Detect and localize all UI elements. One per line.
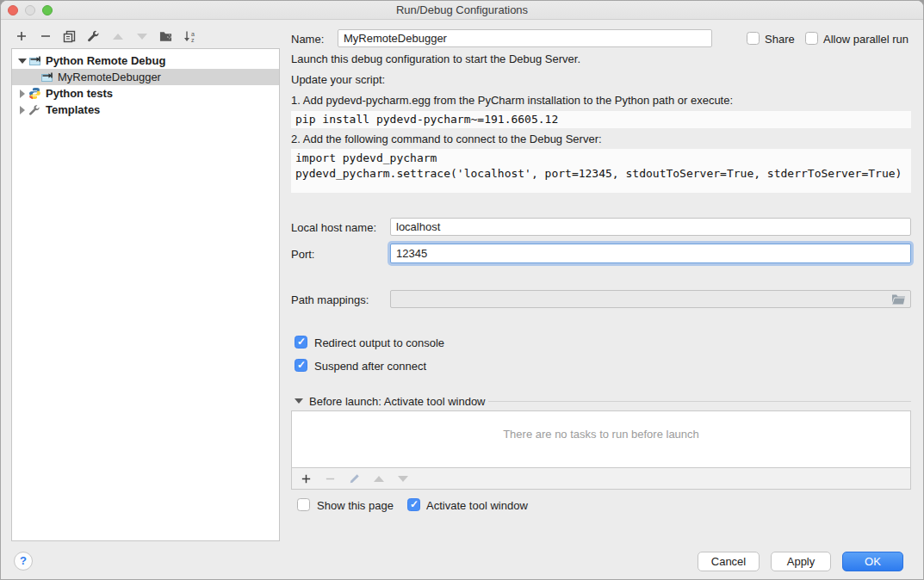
close-button[interactable] bbox=[8, 5, 18, 15]
cancel-button[interactable]: Cancel bbox=[698, 552, 760, 571]
move-down-icon bbox=[135, 30, 148, 43]
collapse-toggle-icon[interactable] bbox=[17, 59, 28, 64]
configurations-tree: Python Remote Debug MyRemoteDebugger Pyt… bbox=[11, 48, 280, 541]
tasks-toolbar bbox=[291, 468, 911, 490]
tree-item-label: Python tests bbox=[46, 87, 113, 100]
port-label: Port: bbox=[291, 248, 314, 261]
settrace-code: import pydevd_pycharm pydevd_pycharm.set… bbox=[291, 149, 911, 193]
intro-text: Launch this debug configuration to start… bbox=[291, 52, 580, 65]
apply-button[interactable]: Apply bbox=[771, 552, 831, 571]
zoom-button[interactable] bbox=[42, 5, 53, 15]
add-icon[interactable] bbox=[15, 30, 28, 43]
share-label: Share bbox=[765, 33, 795, 46]
before-launch-divider bbox=[488, 401, 911, 402]
tree-item-python-remote-debug[interactable]: Python Remote Debug bbox=[12, 52, 279, 69]
ok-button[interactable]: OK bbox=[842, 552, 903, 571]
path-mappings-label: Path mappings: bbox=[291, 293, 369, 306]
settrace-code-line2: pydevd_pycharm.settrace('localhost', por… bbox=[295, 166, 911, 182]
remote-debug-icon bbox=[28, 55, 41, 66]
titlebar: Run/Debug Configurations bbox=[1, 1, 923, 20]
suspend-after-connect-label: Suspend after connect bbox=[314, 360, 426, 373]
edit-wrench-icon[interactable] bbox=[87, 30, 100, 43]
tree-item-python-tests[interactable]: Python tests bbox=[12, 85, 279, 102]
name-input[interactable] bbox=[338, 29, 712, 47]
expand-toggle-icon[interactable] bbox=[17, 89, 28, 98]
configurations-toolbar: az bbox=[15, 28, 196, 44]
activate-tool-window-label: Activate tool window bbox=[426, 499, 528, 512]
folder-icon[interactable] bbox=[891, 293, 906, 307]
move-down-icon bbox=[396, 472, 409, 485]
remove-icon[interactable] bbox=[39, 30, 52, 43]
tree-item-label: Python Remote Debug bbox=[46, 54, 165, 67]
expand-toggle-icon[interactable] bbox=[17, 106, 28, 114]
local-host-input[interactable] bbox=[390, 218, 911, 236]
tree-item-label: MyRemoteDebugger bbox=[58, 71, 161, 83]
update-script-text: Update your script: bbox=[291, 73, 385, 86]
suspend-after-connect-checkbox[interactable] bbox=[295, 359, 307, 372]
sort-alphabetically-icon[interactable]: az bbox=[183, 30, 196, 43]
pip-install-code: pip install pydevd-pycharm~=191.6605.12 bbox=[291, 111, 911, 128]
window-title: Run/Debug Configurations bbox=[1, 1, 923, 19]
minimize-button[interactable] bbox=[25, 5, 35, 15]
allow-parallel-run-checkbox[interactable] bbox=[805, 32, 818, 45]
local-host-label: Local host name: bbox=[291, 221, 376, 234]
add-icon[interactable] bbox=[300, 472, 313, 485]
before-launch-label: Before launch: Activate tool window bbox=[309, 395, 486, 408]
tree-item-templates[interactable]: Templates bbox=[12, 102, 279, 118]
help-button[interactable]: ? bbox=[14, 552, 33, 571]
copy-icon[interactable] bbox=[63, 30, 76, 43]
python-icon bbox=[28, 87, 41, 100]
run-debug-configurations-dialog: Run/Debug Configurations az bbox=[0, 0, 924, 580]
before-launch-collapse-icon[interactable] bbox=[295, 398, 303, 404]
edit-pencil-icon bbox=[348, 472, 361, 485]
remove-icon bbox=[324, 472, 337, 485]
redirect-output-checkbox[interactable] bbox=[295, 336, 307, 349]
svg-text:z: z bbox=[191, 37, 195, 43]
tree-item-label: Templates bbox=[46, 103, 100, 116]
show-this-page-checkbox[interactable] bbox=[297, 498, 310, 511]
activate-tool-window-checkbox[interactable] bbox=[407, 498, 420, 511]
name-label: Name: bbox=[291, 33, 324, 46]
remote-debug-icon bbox=[40, 71, 53, 83]
path-mappings-input[interactable] bbox=[390, 290, 911, 308]
step1-text: 1. Add pydevd-pycharm.egg from the PyCha… bbox=[291, 94, 733, 107]
svg-text:a: a bbox=[191, 30, 195, 36]
move-up-icon bbox=[111, 30, 124, 43]
step2-text: 2. Add the following command to connect … bbox=[291, 133, 602, 145]
before-launch-tasks-list: There are no tasks to run before launch bbox=[291, 410, 911, 468]
redirect-output-label: Redirect output to console bbox=[314, 336, 444, 349]
allow-parallel-run-label: Allow parallel run bbox=[823, 33, 908, 46]
port-input[interactable] bbox=[390, 244, 911, 263]
share-checkbox[interactable] bbox=[747, 32, 760, 45]
wrench-icon bbox=[28, 104, 41, 116]
move-up-icon bbox=[372, 472, 385, 485]
tasks-empty-text: There are no tasks to run before launch bbox=[292, 411, 910, 441]
new-folder-icon[interactable] bbox=[159, 30, 172, 43]
show-this-page-label: Show this page bbox=[317, 499, 394, 512]
tree-item-myremotedebugger[interactable]: MyRemoteDebugger bbox=[12, 69, 279, 85]
settrace-code-line1: import pydevd_pycharm bbox=[295, 151, 911, 166]
